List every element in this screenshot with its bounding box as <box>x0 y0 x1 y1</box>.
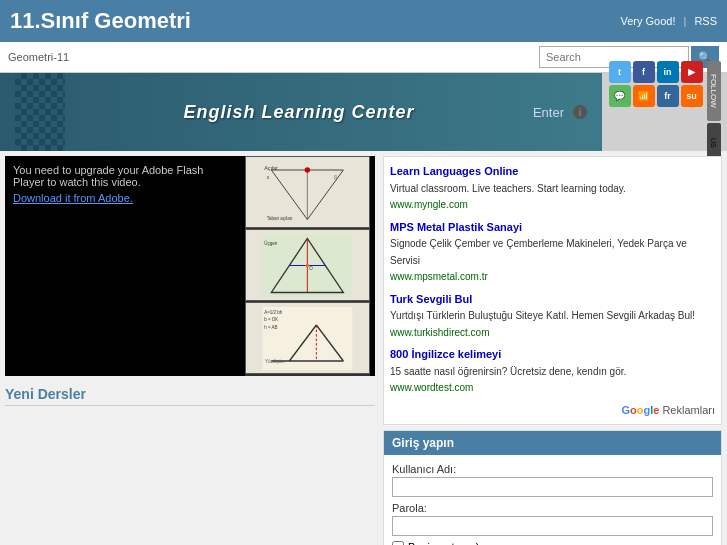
follow-label: FOLLOW <box>707 61 721 121</box>
login-header: Giriş yapın <box>384 431 721 455</box>
svg-point-8 <box>305 167 310 172</box>
flash-download-link[interactable]: Download it from Adobe. <box>13 192 237 204</box>
password-input[interactable] <box>392 516 713 536</box>
chat-icon[interactable]: 💬 <box>609 85 631 107</box>
banner-area: English Learning Center Enter i t f in ▶… <box>0 73 727 151</box>
ad-link-3[interactable]: Turk Sevgili Bul <box>390 293 472 305</box>
svg-text:A=1/2 bh: A=1/2 bh <box>264 310 283 315</box>
breadcrumb: Geometri-11 <box>8 51 69 63</box>
video-player: You need to upgrade your Adobe Flash Pla… <box>5 156 245 376</box>
ad-desc-3: Yurtdışı Türklerin Buluştuğu Siteye Katı… <box>390 310 695 321</box>
geometry-diagram-1: Açılar α β Taban açıları <box>252 161 363 224</box>
header-right: Very Good! | RSS <box>620 15 717 27</box>
new-lessons-section: Yeni Dersler <box>5 381 375 414</box>
video-thumbnails: Açılar α β Taban açıları <box>245 156 370 376</box>
svg-text:Yüzölçüm: Yüzölçüm <box>265 358 285 363</box>
login-body: Kullanıcı Adı: Parola: Beni unutma :) Gi… <box>384 455 721 545</box>
ad-link-4[interactable]: 800 İngilizce kelimeyi <box>390 348 501 360</box>
remember-checkbox[interactable] <box>392 541 404 545</box>
rss-link[interactable]: RSS <box>694 15 717 27</box>
video-area: You need to upgrade your Adobe Flash Pla… <box>5 156 375 376</box>
ad-desc-4: 15 saatte nasıl öğrenirsin? Ücretsiz den… <box>390 366 626 377</box>
rss-icon[interactable]: 📶 <box>633 85 655 107</box>
page-header: 11.Sınıf Geometri Very Good! | RSS <box>0 0 727 42</box>
ad-item-2: MPS Metal Plastik Sanayi Signode Çelik Ç… <box>390 219 715 285</box>
ad-desc-1: Virtual classroom. Live teachers. Start … <box>390 183 626 194</box>
thumbnail-3[interactable]: A=1/2 bh b = OK h = AB Yüzölçüm <box>245 302 370 374</box>
banner-social: t f in ▶ 💬 📶 fr su FOLLOW US <box>602 73 727 151</box>
very-good-link[interactable]: Very Good! <box>620 15 675 27</box>
banner-info-icon: i <box>573 105 587 119</box>
banner-enter-label[interactable]: Enter <box>533 105 564 120</box>
fr-icon[interactable]: fr <box>657 85 679 107</box>
ad-item-1: Learn Languages Online Virtual classroom… <box>390 163 715 213</box>
thumbnail-2[interactable]: Üçgen O <box>245 229 370 301</box>
banner-left: English Learning Center Enter i <box>0 73 602 151</box>
geometry-diagram-2: Üçgen O <box>252 234 363 297</box>
svg-text:Taban açıları: Taban açıları <box>267 215 293 220</box>
twitter-icon[interactable]: t <box>609 61 631 83</box>
banner-title: English Learning Center <box>183 102 414 123</box>
ad-url-4: www.wordtest.com <box>390 382 473 393</box>
new-lessons-title: Yeni Dersler <box>5 386 375 406</box>
site-title: 11.Sınıf Geometri <box>10 8 191 34</box>
youtube-icon[interactable]: ▶ <box>681 61 703 83</box>
banner-text-container: English Learning Center <box>65 102 533 123</box>
facebook-icon[interactable]: f <box>633 61 655 83</box>
su-icon[interactable]: su <box>681 85 703 107</box>
banner-checkered <box>15 73 65 151</box>
svg-text:β: β <box>335 175 338 180</box>
ad-url-2: www.mpsmetal.com.tr <box>390 271 488 282</box>
ad-link-2[interactable]: MPS Metal Plastik Sanayi <box>390 221 522 233</box>
svg-text:b = OK: b = OK <box>264 317 278 322</box>
remember-label: Beni unutma :) <box>408 541 480 545</box>
svg-text:α: α <box>267 175 270 180</box>
ad-item-4: 800 İngilizce kelimeyi 15 saatte nasıl ö… <box>390 346 715 396</box>
login-section: Giriş yapın Kullanıcı Adı: Parola: Beni … <box>383 430 722 545</box>
svg-text:O: O <box>309 266 313 271</box>
remember-row: Beni unutma :) <box>392 541 713 545</box>
svg-text:Üçgen: Üçgen <box>264 239 278 245</box>
content-area: You need to upgrade your Adobe Flash Pla… <box>0 151 727 545</box>
ad-url-1: www.myngle.com <box>390 199 468 210</box>
thumbnail-1[interactable]: Açılar α β Taban açıları <box>245 156 370 228</box>
ad-url-3: www.turkishdirect.com <box>390 327 489 338</box>
linkedin-icon[interactable]: in <box>657 61 679 83</box>
ad-desc-2: Signode Çelik Çember ve Çemberleme Makin… <box>390 238 687 266</box>
flash-message: You need to upgrade your Adobe Flash Pla… <box>13 164 237 188</box>
svg-text:h = AB: h = AB <box>264 324 277 329</box>
right-column: Learn Languages Online Virtual classroom… <box>375 156 722 545</box>
ads-section: Learn Languages Online Virtual classroom… <box>383 156 722 425</box>
username-label: Kullanıcı Adı: <box>392 463 713 475</box>
geometry-diagram-3: A=1/2 bh b = OK h = AB Yüzölçüm <box>252 307 363 370</box>
google-label: Google Reklamları <box>390 402 715 419</box>
password-label: Parola: <box>392 502 713 514</box>
username-input[interactable] <box>392 477 713 497</box>
left-column: You need to upgrade your Adobe Flash Pla… <box>5 156 375 545</box>
separator: | <box>684 15 687 27</box>
ad-item-3: Turk Sevgili Bul Yurtdışı Türklerin Bulu… <box>390 291 715 341</box>
reklamlari-label: Reklamları <box>662 404 715 416</box>
ad-link-1[interactable]: Learn Languages Online <box>390 165 518 177</box>
